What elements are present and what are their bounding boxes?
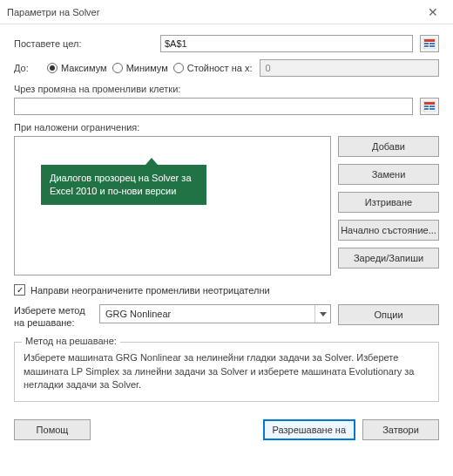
radio-icon [47, 63, 57, 73]
svg-rect-7 [424, 102, 435, 105]
radio-icon [173, 63, 184, 73]
delete-button[interactable]: Изтриване [338, 192, 439, 213]
dialog-body: Поставете цел: До: Максимум Минимум [0, 24, 453, 411]
radio-max-label: Максимум [61, 63, 107, 73]
changing-label: Чрез промяна на променливи клетки: [14, 84, 439, 94]
svg-rect-10 [424, 108, 429, 110]
objective-input[interactable] [160, 35, 413, 52]
to-label: До: [14, 63, 40, 73]
method-group: Метод на решаване: Изберете машината GRG… [14, 342, 439, 403]
checkbox-icon: ✓ [14, 284, 25, 296]
objective-ref-icon[interactable] [420, 35, 439, 52]
checkbox-label: Направи неограничените променливи неотри… [30, 285, 270, 296]
method-label: Изберете метод на решаване: [14, 304, 92, 330]
svg-rect-3 [429, 43, 435, 44]
radio-max[interactable]: Максимум [47, 63, 107, 73]
method-group-body: Изберете машината GRG Nonlinear за нелин… [24, 351, 429, 393]
solve-button[interactable]: Разрешаване на [263, 419, 355, 440]
method-group-title: Метод на решаване: [22, 336, 120, 346]
to-radio-group: Максимум Минимум Стойност на х: [47, 63, 253, 73]
help-button[interactable]: Помощ [14, 419, 91, 440]
changing-input[interactable] [14, 98, 413, 115]
value-of-input[interactable] [260, 59, 440, 77]
svg-rect-9 [429, 105, 435, 107]
non-negative-checkbox[interactable]: ✓ Направи неограничените променливи неот… [14, 284, 439, 296]
radio-min-label: Минимум [126, 63, 168, 73]
chevron-down-icon [314, 305, 330, 323]
radio-icon [112, 63, 123, 73]
change-button[interactable]: Замени [338, 164, 439, 185]
svg-rect-1 [424, 39, 435, 42]
close-icon[interactable]: ✕ [420, 6, 446, 18]
add-button[interactable]: Добави [338, 136, 439, 157]
svg-rect-2 [424, 43, 429, 44]
method-select-value: GRG Nonlinear [105, 309, 171, 319]
changing-ref-icon[interactable] [420, 98, 439, 115]
svg-rect-8 [424, 105, 429, 107]
constraints-listbox[interactable]: Диалогов прозорец на Solver за Excel 201… [14, 136, 331, 275]
window-title: Параметри на Solver [7, 7, 420, 17]
constraint-buttons: Добави Замени Изтриване Начално състояни… [338, 136, 439, 275]
callout-tooltip: Диалогов прозорец на Solver за Excel 201… [41, 165, 206, 205]
radio-value-of[interactable]: Стойност на х: [173, 63, 253, 73]
radio-value-of-label: Стойност на х: [187, 63, 253, 73]
radio-min[interactable]: Минимум [112, 63, 168, 73]
svg-rect-5 [429, 45, 435, 47]
svg-rect-11 [429, 108, 435, 110]
footer: Помощ Разрешаване на Затвори [0, 411, 453, 451]
options-button[interactable]: Опции [338, 304, 439, 325]
load-save-button[interactable]: Зареди/Запиши [338, 248, 439, 269]
reset-button[interactable]: Начално състояние... [338, 220, 439, 241]
titlebar: Параметри на Solver ✕ [0, 0, 453, 24]
svg-rect-4 [424, 45, 429, 47]
constraints-label: При наложени ограничения: [14, 122, 439, 133]
close-button[interactable]: Затвори [362, 419, 439, 440]
method-select[interactable]: GRG Nonlinear [99, 304, 331, 323]
objective-label: Поставете цел: [14, 38, 153, 49]
